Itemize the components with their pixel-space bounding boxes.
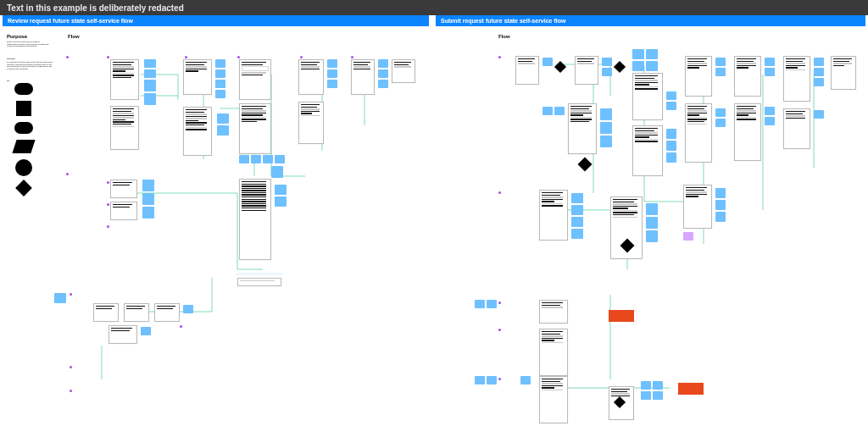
sticky-note[interactable]	[646, 217, 658, 229]
wireframe-card[interactable]	[831, 56, 856, 90]
sticky-note[interactable]	[215, 59, 225, 68]
sticky-note[interactable]	[54, 293, 66, 303]
sticky-note[interactable]	[239, 155, 249, 163]
wireframe-card[interactable]	[734, 56, 761, 97]
diagram-canvas[interactable]: Review request future state self-service…	[0, 15, 868, 437]
sticky-note[interactable]	[217, 125, 229, 136]
sticky-note[interactable]	[327, 59, 337, 68]
sticky-note[interactable]	[215, 80, 225, 88]
wireframe-card[interactable]	[110, 180, 137, 198]
sticky-note[interactable]	[715, 58, 726, 66]
wireframe-card[interactable]	[539, 376, 568, 423]
sticky-note[interactable]	[142, 193, 154, 205]
sticky-note[interactable]	[554, 107, 565, 115]
sticky-note[interactable]	[144, 93, 156, 105]
sticky-note[interactable]	[814, 68, 824, 76]
sticky-note[interactable]	[653, 391, 663, 400]
wireframe-card[interactable]	[239, 59, 271, 100]
sticky-note[interactable]	[142, 207, 154, 218]
wireframe-card[interactable]	[734, 103, 761, 161]
decision-diamond[interactable]	[554, 61, 566, 73]
wireframe-card[interactable]	[685, 56, 712, 97]
sticky-note[interactable]	[217, 113, 229, 124]
sticky-note[interactable]	[765, 107, 775, 115]
sticky-note[interactable]	[632, 61, 644, 71]
sticky-note[interactable]	[275, 185, 287, 195]
wireframe-card[interactable]	[783, 56, 810, 102]
sticky-note[interactable]	[571, 229, 583, 239]
sticky-note[interactable]	[715, 108, 726, 117]
sticky-note[interactable]	[715, 212, 726, 222]
wireframe-card[interactable]	[539, 300, 568, 324]
sticky-note[interactable]	[666, 102, 676, 110]
wireframe-card[interactable]	[239, 103, 271, 154]
sticky-note[interactable]	[641, 381, 651, 390]
wireframe-card[interactable]	[568, 103, 597, 154]
sticky-note[interactable]	[475, 376, 485, 384]
wireframe-card[interactable]	[515, 56, 539, 85]
wireframe-card[interactable]	[632, 73, 663, 120]
sticky-note[interactable]	[520, 376, 531, 384]
wireframe-card[interactable]	[539, 329, 568, 376]
sticky-note[interactable]	[765, 117, 775, 125]
sticky-note[interactable]	[275, 155, 285, 163]
sticky-note[interactable]	[646, 230, 658, 242]
sticky-note[interactable]	[814, 58, 824, 66]
wireframe-card[interactable]	[110, 202, 137, 220]
sticky-note[interactable]	[144, 59, 156, 68]
sticky-note[interactable]	[271, 166, 283, 178]
wireframe-row[interactable]	[237, 278, 281, 286]
sticky-note[interactable]	[653, 381, 663, 390]
sticky-note[interactable]	[646, 61, 658, 71]
sticky-note[interactable]	[600, 108, 612, 120]
sticky-note[interactable]	[571, 205, 583, 215]
wireframe-card[interactable]	[183, 107, 212, 156]
highlight-box[interactable]	[609, 310, 634, 322]
wireframe-card[interactable]	[632, 125, 663, 176]
sticky-note[interactable]	[641, 391, 651, 400]
sticky-note[interactable]	[571, 217, 583, 227]
sticky-note[interactable]	[715, 200, 726, 210]
wireframe-card[interactable]	[351, 59, 375, 95]
sticky-note[interactable]	[646, 49, 658, 59]
sticky-note[interactable]	[715, 119, 726, 127]
wireframe-card[interactable]	[783, 108, 810, 149]
sticky-note[interactable]	[487, 376, 497, 384]
wireframe-card[interactable]	[110, 106, 139, 150]
wireframe-card[interactable]	[575, 56, 598, 85]
sticky-note[interactable]	[141, 327, 151, 335]
sticky-note[interactable]	[602, 58, 612, 66]
sticky-note[interactable]	[715, 188, 726, 198]
sticky-note[interactable]	[666, 152, 676, 163]
highlight-box[interactable]	[678, 383, 704, 395]
sticky-note[interactable]	[327, 69, 337, 78]
wireframe-card[interactable]	[685, 103, 712, 163]
sticky-note[interactable]	[600, 136, 612, 147]
sticky-note[interactable]	[646, 203, 658, 215]
sticky-note[interactable]	[378, 59, 388, 68]
wireframe-card[interactable]	[298, 102, 324, 144]
sticky-note[interactable]	[600, 122, 612, 134]
sticky-note[interactable]	[814, 110, 824, 119]
sticky-note[interactable]	[666, 129, 676, 139]
sticky-note[interactable]	[715, 68, 726, 76]
sticky-note[interactable]	[215, 69, 225, 78]
sticky-note[interactable]	[475, 300, 485, 308]
wireframe-card[interactable]	[110, 59, 139, 100]
sticky-note[interactable]	[542, 58, 553, 66]
decision-diamond[interactable]	[614, 61, 626, 73]
wireframe-card[interactable]	[239, 179, 271, 260]
sticky-note[interactable]	[215, 90, 225, 98]
wireframe-card[interactable]	[539, 190, 568, 241]
sticky-note[interactable]	[602, 68, 612, 76]
sticky-note[interactable]	[632, 49, 644, 59]
wireframe-card[interactable]	[108, 325, 137, 344]
wireframe-card[interactable]	[683, 185, 712, 229]
sticky-note[interactable]	[144, 69, 156, 78]
sticky-note[interactable]	[144, 80, 156, 91]
sticky-note[interactable]	[142, 180, 154, 191]
sticky-note[interactable]	[666, 141, 676, 151]
wireframe-card[interactable]	[124, 303, 149, 322]
sticky-note[interactable]	[275, 196, 287, 207]
sticky-note[interactable]	[378, 80, 388, 88]
